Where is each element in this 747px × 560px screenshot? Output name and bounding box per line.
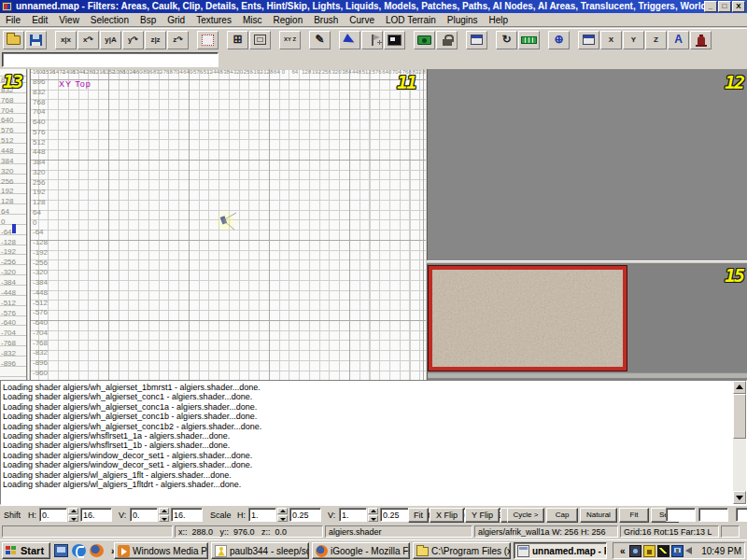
patch-cap-button[interactable]: Cap [546, 508, 578, 523]
task-windows-media-player[interactable]: Windows Media Player [114, 542, 208, 559]
hide-x-button[interactable]: X [600, 31, 622, 49]
internet-explorer-icon[interactable] [72, 544, 86, 557]
shift-v-field[interactable] [130, 508, 158, 522]
texture-name-field[interactable] [2, 52, 218, 67]
rotate-z-button[interactable]: z↷ [167, 31, 189, 49]
messenger-icon[interactable] [629, 545, 641, 557]
x-flip-button[interactable]: X Flip [430, 508, 464, 523]
menu-curve[interactable]: Curve [344, 13, 380, 27]
shift-v-step-field[interactable] [171, 508, 203, 522]
flip-y-button[interactable]: y|A [100, 31, 121, 49]
security-icon[interactable] [643, 545, 655, 557]
menu-view[interactable]: View [53, 13, 85, 27]
console-panel[interactable]: Loading shader algiers/wh_algierset_1bmr… [0, 380, 747, 505]
render-view-button[interactable] [414, 31, 435, 49]
maximize-button[interactable]: □ [718, 1, 731, 12]
surface-extra-field-2[interactable] [698, 508, 728, 522]
y-flip-button[interactable]: Y Flip [465, 508, 500, 523]
shift-h-step-field[interactable] [80, 508, 112, 522]
patch-fit-button[interactable]: Fit [619, 508, 649, 523]
menu-selection[interactable]: Selection [85, 13, 134, 27]
patch-cycle-button[interactable]: Cycle > [507, 508, 544, 523]
winamp-icon[interactable] [657, 545, 669, 557]
side-view-strip[interactable]: 8968327687046405765124483843202561921286… [0, 69, 27, 380]
volume-icon[interactable] [685, 547, 692, 554]
close-button[interactable]: X [732, 1, 745, 12]
change-views-button[interactable]: ⊞ [227, 31, 248, 49]
measure-button[interactable] [518, 31, 540, 49]
switch-xyz-button[interactable]: XY Z [279, 31, 301, 49]
texture-paint-button[interactable]: ✎ [309, 31, 331, 49]
scroll-down-button[interactable] [733, 491, 746, 504]
scale-h-step-field[interactable] [289, 508, 321, 522]
fit-button[interactable]: Fit [408, 508, 429, 523]
camera-marker[interactable] [214, 209, 238, 233]
tray-chevron[interactable]: « [620, 546, 626, 556]
menu-grid[interactable]: Grid [162, 13, 190, 27]
surface-extra-field-3[interactable] [736, 508, 747, 522]
scale-h-spinner[interactable] [277, 508, 288, 522]
move-tool-button[interactable]: ⊕ [548, 31, 570, 49]
menu-bsp[interactable]: Bsp [134, 13, 162, 27]
menu-lod-terrain[interactable]: LOD Terrain [380, 13, 442, 27]
shift-v-spinner[interactable] [159, 508, 169, 522]
xy-top-view[interactable]: -1600-1536-1472-1408-1344-1280-1216-1152… [31, 69, 426, 380]
ruler-tick: 64 [292, 69, 299, 75]
show-angles-button[interactable]: A [668, 31, 689, 49]
menu-misc[interactable]: Misc [237, 13, 268, 27]
shift-h-spinner[interactable] [68, 508, 78, 522]
flip-x-button[interactable]: x|x [55, 31, 77, 49]
flip-z-button[interactable]: z|z [145, 31, 166, 49]
menu-plugins[interactable]: Plugins [442, 13, 484, 27]
light-screen-button[interactable] [384, 31, 405, 49]
lock-selection-button[interactable] [436, 31, 458, 49]
console-line: Loading shader algiers/wh_algierset_conc… [3, 412, 731, 421]
ruler-tick: -320 [33, 268, 48, 276]
scale-v-field[interactable] [339, 508, 367, 522]
camera-angle-button[interactable] [339, 31, 360, 49]
menu-region[interactable]: Region [268, 13, 309, 27]
firefox-icon[interactable] [90, 544, 104, 557]
free-rotate-button[interactable]: ↻ [496, 31, 517, 49]
patch-natural-button[interactable]: Natural [580, 508, 617, 523]
scale-label: Scale [210, 511, 232, 520]
scale-v-step-field[interactable] [380, 508, 412, 522]
selection-invert-button[interactable] [197, 31, 218, 49]
task-igoogle-mozilla-fir[interactable]: iGoogle - Mozilla Fir... [312, 542, 410, 559]
menu-help[interactable]: Help [484, 13, 514, 27]
shift-h-field[interactable] [39, 508, 67, 522]
scale-h-field[interactable] [248, 508, 276, 522]
camera-view[interactable] [427, 69, 747, 260]
surface-extra-field-1[interactable] [666, 508, 696, 522]
texture-browser-view[interactable]: 15 [427, 264, 747, 380]
clone-window-button[interactable] [578, 31, 599, 49]
cubic-clip-button[interactable] [249, 31, 271, 49]
rotate-y-button[interactable]: y↷ [122, 31, 144, 49]
open-button[interactable] [3, 31, 24, 49]
task-paulb344-sleep-sc[interactable]: paulb344 - sleep/sc... [211, 542, 309, 559]
menu-file[interactable]: File [0, 13, 26, 27]
hide-z-button[interactable]: Z [645, 31, 667, 49]
scroll-up-button[interactable] [733, 381, 746, 394]
selected-texture-swatch[interactable] [429, 266, 627, 371]
rotate-x-button[interactable]: x↷ [78, 31, 99, 49]
menu-edit[interactable]: Edit [26, 13, 53, 27]
task-unnamed-map-f[interactable]: unnamed.map - F... [514, 542, 607, 559]
menu-brush[interactable]: Brush [308, 13, 344, 27]
task-c-program-files-x[interactable]: C:\Program Files (x... [413, 542, 511, 559]
start-button[interactable]: Start [2, 542, 50, 559]
camera-halo [214, 209, 238, 233]
popup-window-button[interactable] [466, 31, 487, 49]
texture-view-scroll-strip[interactable] [428, 372, 747, 378]
hide-y-button[interactable]: Y [623, 31, 644, 49]
add-target-button[interactable] [361, 31, 383, 49]
console-scrollbar[interactable] [733, 381, 746, 504]
menu-textures[interactable]: Textures [190, 13, 237, 27]
minimize-button[interactable]: _ [704, 1, 717, 12]
entity-names-button[interactable] [690, 31, 712, 49]
save-button[interactable] [25, 31, 47, 49]
scroll-thumb[interactable] [733, 394, 746, 439]
scale-v-spinner[interactable] [368, 508, 378, 522]
hide-z-icon: Z [654, 35, 658, 44]
show-desktop-icon[interactable] [54, 544, 68, 557]
